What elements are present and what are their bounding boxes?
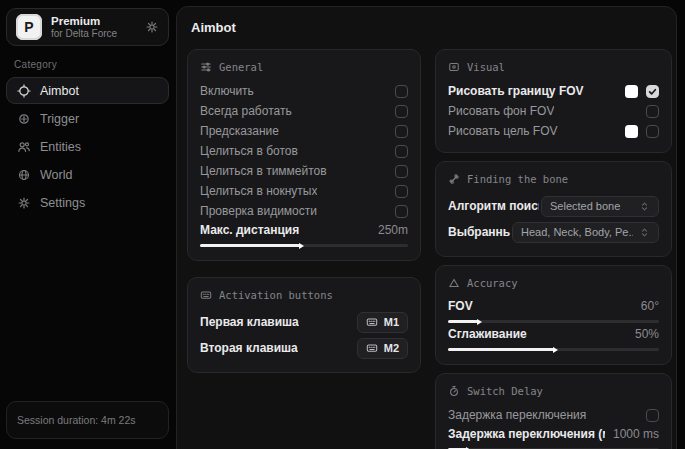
crosshair-icon xyxy=(17,84,31,98)
checkbox[interactable] xyxy=(395,185,408,198)
card-header: General xyxy=(200,60,408,73)
slider-row: Задержка переключения (мс)1000 ms xyxy=(448,425,659,449)
gear-icon[interactable] xyxy=(145,20,159,34)
slider-track[interactable] xyxy=(448,348,659,351)
slider-value: 50% xyxy=(635,327,659,341)
brand-text: Premium for Delta Force xyxy=(51,15,136,40)
toggle-row: Целиться в нокнутых xyxy=(200,181,408,201)
card-title: General xyxy=(219,61,263,73)
category-label: Category xyxy=(14,59,169,70)
card-activation-buttons: Activation buttonsПервая клавишаM1Вторая… xyxy=(187,277,421,373)
checkbox[interactable] xyxy=(395,165,408,178)
card-general: GeneralВключитьВсегда работатьПредсказан… xyxy=(187,49,421,261)
row-controls xyxy=(646,409,659,422)
row-label: FOV xyxy=(448,299,473,313)
color-swatch[interactable] xyxy=(625,125,638,138)
select-row: Выбранные костиHead, Neck, Body, Pe.. xyxy=(448,219,659,245)
settings-columns: GeneralВключитьВсегда работатьПредсказан… xyxy=(187,49,672,449)
timer-icon xyxy=(448,385,460,397)
checkbox[interactable] xyxy=(395,145,408,158)
sidebar-item-aimbot[interactable]: Aimbot xyxy=(6,77,169,104)
accuracy-icon xyxy=(448,277,460,289)
card-title: Finding the bone xyxy=(467,173,568,185)
slider-thumb[interactable] xyxy=(553,347,558,353)
slider-fill xyxy=(448,320,478,323)
gear-icon xyxy=(17,196,31,210)
sidebar-item-world[interactable]: World xyxy=(6,161,169,188)
row-label: Рисовать фон FOV xyxy=(448,104,554,118)
row-label: Рисовать границу FOV xyxy=(448,84,584,98)
keybind-button[interactable]: M2 xyxy=(357,338,408,359)
slider-row: FOV60° xyxy=(448,297,659,323)
sidebar-item-entities[interactable]: Entities xyxy=(6,133,169,160)
card-finding-the-bone: Finding the boneАлгоритм поиска костейSe… xyxy=(435,161,672,257)
slider-value: 250m xyxy=(378,223,408,237)
toggle-row: Всегда работать xyxy=(200,101,408,121)
card-visual: VisualРисовать границу FOVРисовать фон F… xyxy=(435,49,672,153)
page-title: Aimbot xyxy=(191,20,236,35)
slider-thumb[interactable] xyxy=(299,243,304,249)
row-label: Первая клавиша xyxy=(200,315,299,329)
keybind-row: Вторая клавишаM2 xyxy=(200,335,408,361)
left-column: GeneralВключитьВсегда работатьПредсказан… xyxy=(187,49,421,449)
row-label: Целиться в ботов xyxy=(200,144,298,158)
slider-track[interactable] xyxy=(200,244,408,247)
row-controls xyxy=(625,125,659,138)
row-label: Выбранные кости xyxy=(448,225,510,239)
sidebar-item-trigger[interactable]: Trigger xyxy=(6,105,169,132)
session-duration-box: Session duration: 4m 22s xyxy=(6,401,169,439)
keybind-row: Первая клавишаM1 xyxy=(200,309,408,335)
checkbox[interactable] xyxy=(395,125,408,138)
card-title: Visual xyxy=(467,61,505,73)
checkbox[interactable] xyxy=(646,105,659,118)
unfold-icon xyxy=(639,201,650,212)
brand-title: Premium xyxy=(51,15,136,28)
checkbox[interactable] xyxy=(646,409,659,422)
row-controls xyxy=(625,85,659,98)
toggle-row: Рисовать фон FOV xyxy=(448,101,659,121)
select-button[interactable]: Head, Neck, Body, Pe.. xyxy=(512,222,659,243)
color-swatch[interactable] xyxy=(625,85,638,98)
row-controls xyxy=(395,125,408,138)
bone-icon xyxy=(448,173,460,185)
row-label: Сглаживание xyxy=(448,327,527,341)
row-label: Алгоритм поиска костей xyxy=(448,199,539,213)
row-controls xyxy=(646,105,659,118)
toggle-row: Целиться в ботов xyxy=(200,141,408,161)
checkbox[interactable] xyxy=(395,205,408,218)
slider-thumb[interactable] xyxy=(477,319,482,325)
toggle-row: Рисовать границу FOV xyxy=(448,81,659,101)
brand-card: P Premium for Delta Force xyxy=(6,8,169,46)
row-controls xyxy=(395,105,408,118)
slider-row: Сглаживание50% xyxy=(448,325,659,351)
keyboard-icon xyxy=(200,289,212,301)
unfold-icon xyxy=(639,227,650,238)
slider-track[interactable] xyxy=(448,320,659,323)
card-switch-delay: Switch DelayЗадержка переключенияЗадержк… xyxy=(435,373,672,449)
row-controls xyxy=(395,205,408,218)
checkbox[interactable] xyxy=(395,105,408,118)
row-label: Включить xyxy=(200,84,254,98)
row-label: Целиться в нокнутых xyxy=(200,184,317,198)
toggle-row: Целиться в тиммейтов xyxy=(200,161,408,181)
select-button[interactable]: Selected bone xyxy=(541,196,659,217)
sidebar-item-settings[interactable]: Settings xyxy=(6,189,169,216)
row-label: Вторая клавиша xyxy=(200,341,298,355)
keybind-button[interactable]: M1 xyxy=(357,312,408,333)
toggle-row: Включить xyxy=(200,81,408,101)
keyboard-icon xyxy=(366,316,378,328)
toggle-row: Предсказание xyxy=(200,121,408,141)
card-accuracy: AccuracyFOV60°Сглаживание50% xyxy=(435,265,672,365)
keybind-value: M1 xyxy=(384,316,399,328)
row-label: Проверка видимости xyxy=(200,204,317,218)
select-value: Head, Neck, Body, Pe.. xyxy=(521,226,633,238)
checkbox[interactable] xyxy=(646,125,659,138)
checkbox[interactable] xyxy=(395,85,408,98)
slider-fill xyxy=(448,348,554,351)
card-title: Accuracy xyxy=(467,277,518,289)
card-title: Switch Delay xyxy=(467,385,543,397)
row-controls xyxy=(395,185,408,198)
checkbox[interactable] xyxy=(646,85,659,98)
sidebar-item-label: Entities xyxy=(40,140,81,154)
world-icon xyxy=(17,168,31,182)
